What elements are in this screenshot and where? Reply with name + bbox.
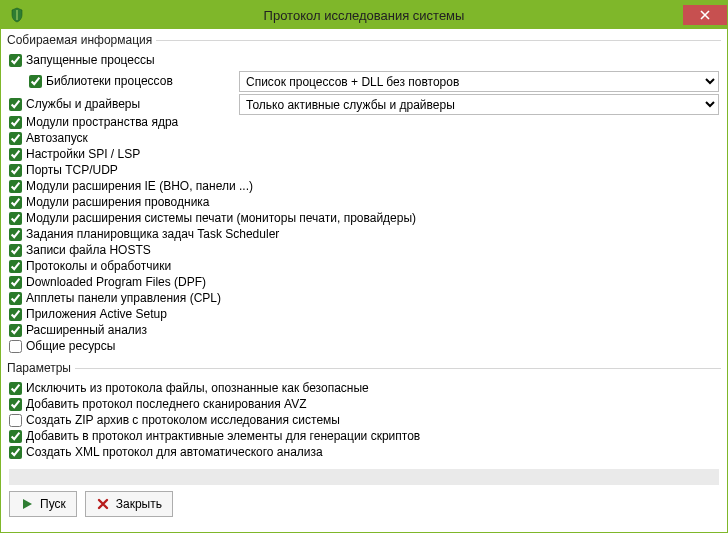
collect-item-label-3: Порты TCP/UDP — [26, 163, 118, 178]
collect-item-checkbox-2[interactable] — [9, 148, 22, 161]
param-item-row: Добавить протокол последнего сканировани… — [9, 397, 719, 412]
collect-item-row: Приложения Active Setup — [9, 307, 719, 322]
collect-item-checkbox-4[interactable] — [9, 180, 22, 193]
play-icon — [20, 497, 34, 511]
collect-item-checkbox-9[interactable] — [9, 260, 22, 273]
group-collected-info: Собираемая информация Запущенные процесс… — [7, 33, 721, 357]
combo-services-filter[interactable]: Только активные службы и драйверы — [239, 94, 719, 115]
close-icon — [96, 497, 110, 511]
collect-item-label-0: Модули пространства ядра — [26, 115, 178, 130]
collect-item-label-1: Автозапуск — [26, 131, 88, 146]
label-services-drivers: Службы и драйверы — [26, 97, 140, 112]
app-icon — [1, 1, 27, 29]
combo-process-list-mode[interactable]: Список процессов + DLL без повторов — [239, 71, 719, 92]
group-parameters: Параметры Исключить из протокола файлы, … — [7, 361, 721, 463]
collect-item-checkbox-11[interactable] — [9, 292, 22, 305]
collect-item-row: Порты TCP/UDP — [9, 163, 719, 178]
collect-item-label-12: Приложения Active Setup — [26, 307, 167, 322]
param-item-checkbox-2[interactable] — [9, 414, 22, 427]
param-item-label-3: Добавить в протокол интрактивные элемент… — [26, 429, 420, 444]
collect-item-row: Записи файла HOSTS — [9, 243, 719, 258]
collect-item-label-4: Модули расширения IE (BHO, панели ...) — [26, 179, 253, 194]
param-item-row: Создать XML протокол для автоматического… — [9, 445, 719, 460]
collect-item-label-6: Модули расширения системы печати (монито… — [26, 211, 416, 226]
param-item-label-4: Создать XML протокол для автоматического… — [26, 445, 323, 460]
collect-item-row: Расширенный анализ — [9, 323, 719, 338]
param-item-row: Создать ZIP архив с протоколом исследова… — [9, 413, 719, 428]
collect-item-checkbox-1[interactable] — [9, 132, 22, 145]
checkbox-process-libraries[interactable] — [29, 75, 42, 88]
checkbox-running-processes[interactable] — [9, 54, 22, 67]
collect-item-row: Модули расширения проводника — [9, 195, 719, 210]
collect-item-row: Модули расширения системы печати (монито… — [9, 211, 719, 226]
collect-item-row: Downloaded Program Files (DPF) — [9, 275, 719, 290]
titlebar: Протокол исследования системы — [1, 1, 727, 29]
collect-item-label-5: Модули расширения проводника — [26, 195, 210, 210]
collect-item-label-13: Расширенный анализ — [26, 323, 147, 338]
collect-item-label-8: Записи файла HOSTS — [26, 243, 151, 258]
param-item-checkbox-0[interactable] — [9, 382, 22, 395]
start-button-label: Пуск — [40, 497, 66, 511]
collect-item-row: Апплеты панели управления (CPL) — [9, 291, 719, 306]
group-collected-info-legend: Собираемая информация — [7, 33, 156, 47]
window-close-button[interactable] — [683, 5, 727, 25]
collect-item-checkbox-5[interactable] — [9, 196, 22, 209]
collect-item-checkbox-10[interactable] — [9, 276, 22, 289]
param-item-checkbox-1[interactable] — [9, 398, 22, 411]
param-item-label-0: Исключить из протокола файлы, опознанные… — [26, 381, 369, 396]
collect-item-row: Автозапуск — [9, 131, 719, 146]
checkbox-services-drivers[interactable] — [9, 98, 22, 111]
collect-item-checkbox-8[interactable] — [9, 244, 22, 257]
collect-item-label-14: Общие ресурсы — [26, 339, 115, 354]
group-parameters-legend: Параметры — [7, 361, 75, 375]
label-running-processes: Запущенные процессы — [26, 53, 155, 68]
close-button-label: Закрыть — [116, 497, 162, 511]
collect-item-checkbox-7[interactable] — [9, 228, 22, 241]
collect-item-checkbox-14[interactable] — [9, 340, 22, 353]
collect-item-row: Протоколы и обработчики — [9, 259, 719, 274]
collect-item-row: Модули пространства ядра — [9, 115, 719, 130]
collect-item-checkbox-3[interactable] — [9, 164, 22, 177]
window-title: Протокол исследования системы — [1, 8, 727, 23]
collect-item-label-10: Downloaded Program Files (DPF) — [26, 275, 206, 290]
collect-item-row: Модули расширения IE (BHO, панели ...) — [9, 179, 719, 194]
collect-item-label-9: Протоколы и обработчики — [26, 259, 171, 274]
collect-item-label-11: Апплеты панели управления (CPL) — [26, 291, 221, 306]
param-item-label-1: Добавить протокол последнего сканировани… — [26, 397, 307, 412]
collect-item-checkbox-13[interactable] — [9, 324, 22, 337]
param-item-row: Исключить из протокола файлы, опознанные… — [9, 381, 719, 396]
collect-item-checkbox-6[interactable] — [9, 212, 22, 225]
collect-item-row: Задания планировщика задач Task Schedule… — [9, 227, 719, 242]
param-item-checkbox-3[interactable] — [9, 430, 22, 443]
close-button[interactable]: Закрыть — [85, 491, 173, 517]
collect-item-label-7: Задания планировщика задач Task Schedule… — [26, 227, 279, 242]
collect-item-row: Общие ресурсы — [9, 339, 719, 354]
collect-item-label-2: Настройки SPI / LSP — [26, 147, 140, 162]
label-process-libraries: Библиотеки процессов — [46, 74, 173, 89]
start-button[interactable]: Пуск — [9, 491, 77, 517]
collect-item-checkbox-0[interactable] — [9, 116, 22, 129]
collect-item-checkbox-12[interactable] — [9, 308, 22, 321]
progress-placeholder — [9, 469, 719, 485]
collect-item-row: Настройки SPI / LSP — [9, 147, 719, 162]
param-item-checkbox-4[interactable] — [9, 446, 22, 459]
param-item-label-2: Создать ZIP архив с протоколом исследова… — [26, 413, 340, 428]
param-item-row: Добавить в протокол интрактивные элемент… — [9, 429, 719, 444]
